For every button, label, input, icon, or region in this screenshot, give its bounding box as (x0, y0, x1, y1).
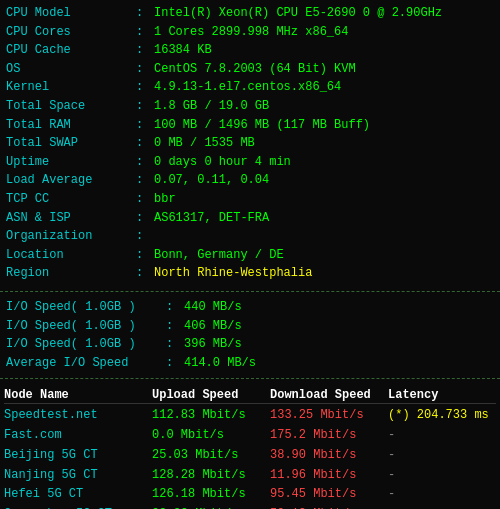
node-name: Nanjing 5G CT (4, 466, 152, 486)
table-row: Hefei 5G CT126.18 Mbit/s95.45 Mbit/s- (4, 485, 496, 505)
info-label: Total SWAP (6, 134, 136, 153)
io-row: I/O Speed( 1.0GB ): 440 MB/s (6, 298, 494, 317)
download-speed: 59.12 Mbit/s (270, 505, 388, 509)
info-value: North Rhine-Westphalia (154, 264, 312, 283)
info-colon: : (136, 227, 154, 246)
info-colon: : (136, 209, 154, 228)
latency: - (388, 505, 496, 509)
upload-speed: 92.02 Mbit/s (152, 505, 270, 509)
table-header: Node NameUpload SpeedDownload SpeedLaten… (4, 387, 496, 404)
info-label: CPU Cache (6, 41, 136, 60)
download-speed: 38.90 Mbit/s (270, 446, 388, 466)
info-value: Intel(R) Xeon(R) CPU E5-2690 0 @ 2.90GHz (154, 4, 442, 23)
info-colon: : (136, 116, 154, 135)
node-name: Guangzhou 5G CT (4, 505, 152, 509)
table-row: Guangzhou 5G CT92.02 Mbit/s59.12 Mbit/s- (4, 505, 496, 509)
info-label: CPU Cores (6, 23, 136, 42)
table-row: Nanjing 5G CT128.28 Mbit/s11.96 Mbit/s- (4, 466, 496, 486)
io-label: I/O Speed( 1.0GB ) (6, 317, 166, 336)
info-row: Total Space: 1.8 GB / 19.0 GB (6, 97, 494, 116)
table-col-header: Download Speed (270, 388, 388, 402)
info-label: Kernel (6, 78, 136, 97)
divider-1 (0, 291, 500, 292)
io-colon: : (166, 335, 184, 354)
sysinfo-block: CPU Model: Intel(R) Xeon(R) CPU E5-2690 … (0, 0, 500, 287)
upload-speed: 112.83 Mbit/s (152, 406, 270, 426)
info-row: OS: CentOS 7.8.2003 (64 Bit) KVM (6, 60, 494, 79)
node-name: Hefei 5G CT (4, 485, 152, 505)
table-col-header: Upload Speed (152, 388, 270, 402)
io-value: 414.0 MB/s (184, 354, 256, 373)
table-row: Speedtest.net112.83 Mbit/s133.25 Mbit/s(… (4, 406, 496, 426)
io-colon: : (166, 354, 184, 373)
table-col-header: Node Name (4, 388, 152, 402)
info-row: Load Average: 0.07, 0.11, 0.04 (6, 171, 494, 190)
download-speed: 133.25 Mbit/s (270, 406, 388, 426)
io-label: Average I/O Speed (6, 354, 166, 373)
info-value: 100 MB / 1496 MB (117 MB Buff) (154, 116, 370, 135)
info-row: CPU Cores: 1 Cores 2899.998 MHz x86_64 (6, 23, 494, 42)
info-row: Kernel: 4.9.13-1.el7.centos.x86_64 (6, 78, 494, 97)
io-row: I/O Speed( 1.0GB ): 396 MB/s (6, 335, 494, 354)
info-label: Total RAM (6, 116, 136, 135)
info-row: ASN & ISP: AS61317, DET-FRA (6, 209, 494, 228)
divider-2 (0, 378, 500, 379)
info-value: 0 MB / 1535 MB (154, 134, 255, 153)
info-row: Uptime: 0 days 0 hour 4 min (6, 153, 494, 172)
info-label: TCP CC (6, 190, 136, 209)
speed-table: Node NameUpload SpeedDownload SpeedLaten… (0, 383, 500, 509)
node-name: Beijing 5G CT (4, 446, 152, 466)
latency: (*) 204.733 ms (388, 406, 496, 426)
io-label: I/O Speed( 1.0GB ) (6, 335, 166, 354)
info-label: Load Average (6, 171, 136, 190)
info-colon: : (136, 171, 154, 190)
info-colon: : (136, 153, 154, 172)
info-row: CPU Cache: 16384 KB (6, 41, 494, 60)
upload-speed: 25.03 Mbit/s (152, 446, 270, 466)
io-colon: : (166, 317, 184, 336)
info-colon: : (136, 41, 154, 60)
upload-speed: 0.0 Mbit/s (152, 426, 270, 446)
info-row: Total RAM: 100 MB / 1496 MB (117 MB Buff… (6, 116, 494, 135)
info-label: Uptime (6, 153, 136, 172)
info-label: OS (6, 60, 136, 79)
upload-speed: 128.28 Mbit/s (152, 466, 270, 486)
info-label: Total Space (6, 97, 136, 116)
io-value: 396 MB/s (184, 335, 242, 354)
io-colon: : (166, 298, 184, 317)
info-colon: : (136, 97, 154, 116)
upload-speed: 126.18 Mbit/s (152, 485, 270, 505)
table-col-header: Latency (388, 388, 496, 402)
info-colon: : (136, 264, 154, 283)
info-row: Organization: (6, 227, 494, 246)
table-row: Fast.com0.0 Mbit/s175.2 Mbit/s- (4, 426, 496, 446)
info-colon: : (136, 134, 154, 153)
info-row: TCP CC: bbr (6, 190, 494, 209)
info-label: Location (6, 246, 136, 265)
io-label: I/O Speed( 1.0GB ) (6, 298, 166, 317)
info-row: Region: North Rhine-Westphalia (6, 264, 494, 283)
io-block: I/O Speed( 1.0GB ): 440 MB/sI/O Speed( 1… (0, 296, 500, 374)
io-row: Average I/O Speed: 414.0 MB/s (6, 354, 494, 373)
info-colon: : (136, 190, 154, 209)
info-value: 16384 KB (154, 41, 212, 60)
table-row: Beijing 5G CT25.03 Mbit/s38.90 Mbit/s- (4, 446, 496, 466)
info-row: Total SWAP: 0 MB / 1535 MB (6, 134, 494, 153)
info-colon: : (136, 78, 154, 97)
info-value: bbr (154, 190, 176, 209)
info-value: 0.07, 0.11, 0.04 (154, 171, 269, 190)
node-name: Fast.com (4, 426, 152, 446)
info-colon: : (136, 23, 154, 42)
node-name: Speedtest.net (4, 406, 152, 426)
info-label: CPU Model (6, 4, 136, 23)
info-row: CPU Model: Intel(R) Xeon(R) CPU E5-2690 … (6, 4, 494, 23)
download-speed: 95.45 Mbit/s (270, 485, 388, 505)
download-speed: 11.96 Mbit/s (270, 466, 388, 486)
io-value: 440 MB/s (184, 298, 242, 317)
info-colon: : (136, 60, 154, 79)
latency: - (388, 446, 496, 466)
latency: - (388, 426, 496, 446)
info-colon: : (136, 4, 154, 23)
download-speed: 175.2 Mbit/s (270, 426, 388, 446)
io-row: I/O Speed( 1.0GB ): 406 MB/s (6, 317, 494, 336)
